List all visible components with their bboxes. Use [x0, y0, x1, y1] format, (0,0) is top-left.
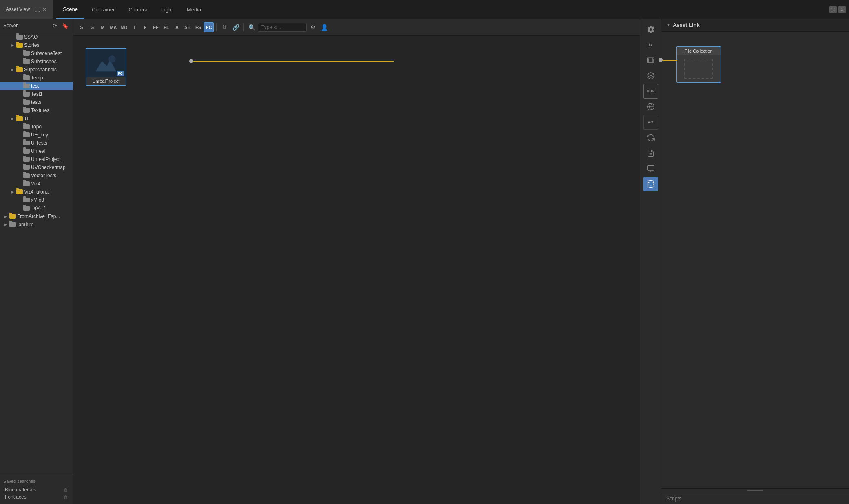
fc-node-body [677, 55, 721, 82]
asset-node-unrealproject[interactable]: FC UnrealProject [86, 48, 126, 86]
ao-panel-icon[interactable]: AO [643, 115, 658, 130]
tree-item-xmio3[interactable]: xMio3 [0, 196, 73, 204]
search-box[interactable]: Type st... [258, 23, 307, 32]
right-panel-content: File Collection [661, 32, 849, 488]
tree-item-uvchecker[interactable]: UVCheckermap [0, 163, 73, 172]
filter-i[interactable]: I [130, 22, 139, 32]
object-panel-icon[interactable] [643, 68, 658, 83]
collapse-icon[interactable]: ▼ [666, 23, 670, 27]
globe-panel-icon[interactable] [643, 99, 658, 114]
tree-item-ibrahim[interactable]: ▶ Ibrahim [0, 220, 73, 229]
tab-light[interactable]: Light [155, 0, 179, 19]
folder-icon-vectortests [23, 173, 30, 178]
svg-rect-7 [653, 61, 654, 62]
tree-item-uitests[interactable]: UITests [0, 139, 73, 147]
hdr-panel-icon[interactable]: HDR [643, 84, 658, 99]
filter-sb[interactable]: SB [183, 22, 192, 32]
fx-panel-icon[interactable]: fx [643, 37, 658, 52]
connection-line [190, 61, 394, 62]
expand-ibrahim[interactable]: ▶ [3, 223, 8, 227]
search-mag-icon[interactable]: 🔍 [246, 22, 257, 33]
tab-container[interactable]: Container [85, 0, 121, 19]
svg-rect-14 [647, 166, 654, 171]
link-icon[interactable]: 🔗 [230, 22, 241, 33]
filter-m[interactable]: M [98, 22, 108, 32]
expand-tl[interactable]: ▶ [10, 117, 15, 121]
filter-fc[interactable]: FC [204, 22, 214, 32]
tree-item-unreal[interactable]: Unreal [0, 147, 73, 155]
tab-camera[interactable]: Camera [122, 0, 154, 19]
expand-viz4tutorial[interactable]: ▶ [10, 190, 15, 194]
tree-item-substacnes[interactable]: Substacnes [0, 57, 73, 66]
tree-item-textures[interactable]: Textures [0, 106, 73, 114]
filter-f[interactable]: F [140, 22, 150, 32]
user-icon[interactable]: 👤 [319, 22, 329, 33]
sort-icon[interactable]: ⇅ [219, 22, 230, 33]
tree-item-viz4[interactable]: Viz4 [0, 180, 73, 188]
fc-connection-line [660, 60, 677, 61]
tree-item-unrealproject[interactable]: UnrealProject_ [0, 155, 73, 163]
tree-item-uekey[interactable]: UE_key [0, 131, 73, 139]
right-window-controls: ⛶ ✕ [829, 6, 849, 13]
scene-expand-icon[interactable]: ⛶ [829, 6, 837, 13]
av-close-icon[interactable]: ✕ [42, 6, 47, 13]
delete-blue-materials-icon[interactable]: 🗑 [64, 487, 68, 492]
tree-item-test[interactable]: test [0, 82, 73, 90]
sync-panel-icon[interactable] [643, 130, 658, 145]
tree-item-viz4tutorial[interactable]: ▶ Viz4Tutorial [0, 188, 73, 196]
folder-tree: SSAO ▶ Stories SubsceneTest Subst [0, 33, 73, 475]
tree-item-superchannels[interactable]: ▶ Superchannels [0, 66, 73, 74]
filter-g[interactable]: G [87, 22, 97, 32]
main-layout: Server ⟳ 🔖 SSAO ▶ Stories [0, 19, 849, 504]
tree-item-test1[interactable]: Test1 [0, 90, 73, 98]
folder-icon-test1 [23, 92, 30, 97]
tree-item-shrug[interactable]: ¯\(ν)_/¯ [0, 204, 73, 212]
settings-toolbar-icon[interactable]: ⚙ [307, 22, 318, 33]
doc-panel-icon[interactable] [643, 146, 658, 161]
saved-item-fontfaces[interactable]: Fontfaces 🗑 [3, 493, 70, 501]
saved-item-blue-materials[interactable]: Blue materials 🗑 [3, 486, 70, 493]
folder-icon-substacnes [23, 59, 30, 64]
scene-close-icon[interactable]: ✕ [838, 6, 846, 13]
folder-icon-shrug [23, 206, 30, 211]
delete-fontfaces-icon[interactable]: 🗑 [64, 495, 68, 500]
asset-toolbar: S G M MA MD I F FF FL A SB FS FC ⇅ 🔗 🔍 T… [73, 19, 640, 36]
scroll-indicator [661, 489, 849, 493]
database-panel-icon[interactable] [643, 177, 658, 191]
left-panel: Server ⟳ 🔖 SSAO ▶ Stories [0, 19, 73, 504]
filter-fl[interactable]: FL [161, 22, 171, 32]
av-expand-icon[interactable]: ⛶ [35, 6, 40, 13]
asset-view-title-bar: Asset View ⛶ ✕ [0, 0, 53, 19]
settings-panel-icon[interactable] [643, 22, 658, 37]
tree-item-ssao[interactable]: SSAO [0, 33, 73, 41]
tree-item-tl[interactable]: ▶ TL [0, 114, 73, 123]
filter-md[interactable]: MD [119, 22, 129, 32]
filter-fs[interactable]: FS [193, 22, 203, 32]
tree-item-subscenetest[interactable]: SubsceneTest [0, 49, 73, 57]
fc-node[interactable]: File Collection [676, 46, 721, 83]
tab-scene[interactable]: Scene [56, 0, 84, 19]
expand-fromarchive[interactable]: ▶ [3, 215, 8, 218]
folder-icon-unreal [23, 149, 30, 154]
folder-icon-fromarchive [9, 214, 16, 219]
refresh-icon[interactable]: ⟳ [50, 21, 59, 30]
tree-item-temp[interactable]: Temp [0, 74, 73, 82]
tree-item-tests[interactable]: tests [0, 98, 73, 106]
filter-a[interactable]: A [172, 22, 182, 32]
monitor-panel-icon[interactable] [643, 161, 658, 176]
filter-s[interactable]: S [77, 22, 86, 32]
tab-media[interactable]: Media [180, 0, 208, 19]
folder-icon-stories [16, 43, 23, 48]
tree-item-stories[interactable]: ▶ Stories [0, 41, 73, 49]
filter-ma[interactable]: MA [108, 22, 118, 32]
expand-superchannels[interactable]: ▶ [10, 68, 15, 72]
tree-item-fromarchive[interactable]: ▶ FromArchive_Esp... [0, 212, 73, 220]
fc-connection-dot [659, 58, 663, 62]
expand-stories[interactable]: ▶ [10, 44, 15, 47]
asset-view-label: Asset View [6, 7, 30, 12]
filter-ff[interactable]: FF [151, 22, 161, 32]
film-panel-icon[interactable] [643, 53, 658, 68]
bookmark-icon[interactable]: 🔖 [61, 21, 70, 30]
tree-item-topo[interactable]: Topo [0, 123, 73, 131]
tree-item-vectortests[interactable]: VectorTests [0, 172, 73, 180]
